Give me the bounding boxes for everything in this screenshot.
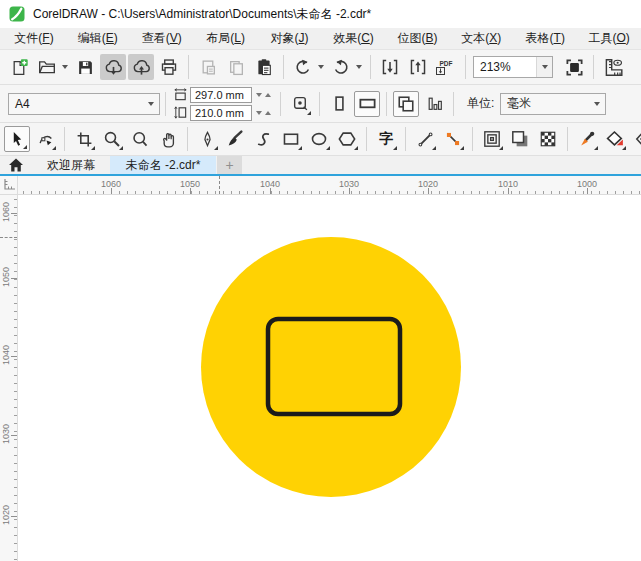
autofit-page-button[interactable] bbox=[287, 91, 313, 117]
redo-dropdown-caret[interactable] bbox=[356, 65, 362, 69]
flyout-indicator bbox=[91, 146, 95, 150]
ellipse-tool[interactable] bbox=[306, 126, 332, 152]
eyedropper-tool[interactable] bbox=[574, 126, 600, 152]
pan-tool[interactable] bbox=[155, 126, 181, 152]
menu-effects[interactable]: 效果(C) bbox=[322, 28, 386, 49]
ruler-label: 1050 bbox=[1, 262, 11, 292]
coreldraw-logo-icon bbox=[9, 6, 25, 22]
smart-fill-tool[interactable] bbox=[602, 126, 628, 152]
chevron-down-icon bbox=[594, 102, 600, 106]
standard-toolbar: PDF 213% bbox=[0, 50, 641, 85]
menu-table[interactable]: 表格(T) bbox=[513, 28, 577, 49]
cut-button[interactable] bbox=[195, 54, 221, 80]
flyout-indicator bbox=[307, 111, 311, 115]
cursor-position-indicator bbox=[0, 237, 17, 238]
shadow-tool[interactable] bbox=[507, 126, 533, 152]
page-width-field[interactable]: 297.0 mm bbox=[190, 87, 252, 103]
zoom-level-combo[interactable]: 213% bbox=[473, 56, 553, 78]
all-pages-button[interactable] bbox=[393, 91, 419, 117]
menu-file[interactable]: 文件(F) bbox=[2, 28, 66, 49]
menu-object[interactable]: 对象(J) bbox=[258, 28, 322, 49]
flyout-indicator bbox=[354, 146, 358, 150]
cloud-download-button[interactable] bbox=[100, 54, 126, 80]
menu-text[interactable]: 文本(X) bbox=[449, 28, 513, 49]
page-size-combo[interactable]: A4 bbox=[8, 93, 160, 115]
line-tool[interactable] bbox=[412, 126, 438, 152]
title-bar: CorelDRAW - C:\Users\Administrator\Docum… bbox=[0, 0, 641, 28]
page-height-spinner[interactable] bbox=[254, 111, 273, 115]
new-tab-button[interactable]: + bbox=[217, 156, 242, 174]
flyout-indicator bbox=[119, 146, 123, 150]
page-width-spinner[interactable] bbox=[254, 93, 273, 97]
publish-pdf-button[interactable]: PDF bbox=[433, 54, 459, 80]
page-sorter-button[interactable] bbox=[421, 91, 447, 117]
flyout-indicator bbox=[52, 146, 56, 150]
pen-tool[interactable] bbox=[194, 126, 220, 152]
open-dropdown-caret[interactable] bbox=[62, 65, 68, 69]
flyout-indicator bbox=[298, 146, 302, 150]
zoom-level-dropdown[interactable] bbox=[536, 57, 552, 77]
contour-tool[interactable] bbox=[479, 126, 505, 152]
units-value: 毫米 bbox=[501, 95, 593, 112]
chevron-down-icon bbox=[148, 102, 154, 106]
menu-layout[interactable]: 布局(L) bbox=[194, 28, 258, 49]
zoom-tool[interactable] bbox=[99, 126, 125, 152]
zoom-out-tool[interactable] bbox=[127, 126, 153, 152]
flyout-indicator bbox=[460, 146, 464, 150]
flyout-indicator bbox=[393, 146, 397, 150]
open-document-button[interactable] bbox=[34, 54, 60, 80]
horizontal-ruler[interactable]: 1060 1050 1040 1030 1020 1010 1000 bbox=[18, 176, 641, 194]
menu-tools[interactable]: 工具(O) bbox=[577, 28, 641, 49]
copy-button[interactable] bbox=[223, 54, 249, 80]
tab-document[interactable]: 未命名 -2.cdr* bbox=[110, 156, 216, 174]
save-button[interactable] bbox=[72, 54, 98, 80]
import-button[interactable] bbox=[377, 54, 403, 80]
flyout-indicator bbox=[326, 146, 330, 150]
pdf-label: PDF bbox=[440, 60, 453, 67]
flyout-indicator bbox=[622, 146, 626, 150]
new-document-button[interactable] bbox=[6, 54, 32, 80]
workspace: 1060 1050 1040 1030 1020 bbox=[0, 195, 641, 561]
tab-welcome-screen[interactable]: 欢迎屏幕 bbox=[32, 156, 110, 174]
connector-tool[interactable] bbox=[440, 126, 466, 152]
text-tool[interactable]: 字 bbox=[373, 126, 399, 152]
redo-button[interactable] bbox=[328, 54, 354, 80]
menu-edit[interactable]: 编辑(E) bbox=[66, 28, 130, 49]
cloud-upload-button[interactable] bbox=[128, 54, 154, 80]
property-bar: A4 297.0 mm 210.0 mm 单位: 毫米 bbox=[0, 85, 641, 123]
shape-tool[interactable] bbox=[32, 126, 58, 152]
undo-dropdown-caret[interactable] bbox=[318, 65, 324, 69]
drawing-canvas[interactable] bbox=[18, 195, 641, 561]
menu-view[interactable]: 查看(V) bbox=[130, 28, 194, 49]
paste-button[interactable] bbox=[251, 54, 277, 80]
page-height-field[interactable]: 210.0 mm bbox=[190, 105, 252, 121]
flyout-indicator bbox=[594, 146, 598, 150]
document-tab-bar: 欢迎屏幕 未命名 -2.cdr* + bbox=[0, 156, 641, 176]
fullscreen-preview-button[interactable] bbox=[561, 54, 587, 80]
home-icon bbox=[8, 158, 24, 172]
portrait-button[interactable] bbox=[326, 91, 352, 117]
rectangle-tool[interactable] bbox=[278, 126, 304, 152]
page-height-icon bbox=[173, 105, 188, 120]
pick-tool[interactable] bbox=[4, 126, 30, 152]
export-button[interactable] bbox=[405, 54, 431, 80]
landscape-button[interactable] bbox=[354, 91, 380, 117]
undo-button[interactable] bbox=[290, 54, 316, 80]
crop-tool[interactable] bbox=[71, 126, 97, 152]
print-button[interactable] bbox=[156, 54, 182, 80]
transparency-tool[interactable] bbox=[535, 126, 561, 152]
home-tab[interactable] bbox=[0, 156, 32, 174]
menu-bitmaps[interactable]: 位图(B) bbox=[385, 28, 449, 49]
units-combo[interactable]: 毫米 bbox=[500, 93, 606, 115]
polygon-tool[interactable] bbox=[334, 126, 360, 152]
ruler-origin-corner[interactable] bbox=[0, 176, 18, 194]
flyout-indicator bbox=[499, 146, 503, 150]
rounded-rectangle-shape[interactable] bbox=[268, 319, 400, 414]
canvas-artwork bbox=[18, 195, 640, 561]
brush-tool[interactable] bbox=[222, 126, 248, 152]
window-title: CorelDRAW - C:\Users\Administrator\Docum… bbox=[33, 6, 371, 23]
freehand-tool[interactable] bbox=[250, 126, 276, 152]
show-rulers-button[interactable] bbox=[600, 54, 626, 80]
vertical-ruler[interactable]: 1060 1050 1040 1030 1020 bbox=[0, 195, 18, 561]
outline-pen-tool[interactable] bbox=[630, 126, 641, 152]
